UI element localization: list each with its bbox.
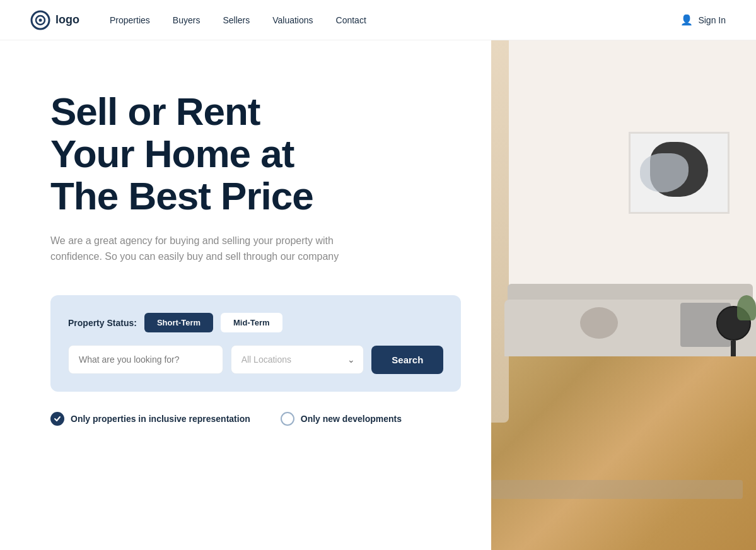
- side-table-leg: [731, 341, 736, 356]
- rug: [491, 480, 743, 499]
- navbar: logo Properties Buyers Sellers Valuation…: [0, 0, 756, 40]
- checkbox-inclusive[interactable]: Only properties in inclusive representat…: [50, 412, 250, 426]
- nav-contact[interactable]: Contact: [336, 15, 366, 25]
- svg-point-2: [39, 18, 42, 21]
- hero-title: Sell or Rent Your Home at The Best Price: [50, 91, 461, 218]
- logo-icon: [30, 10, 50, 30]
- checkbox-filled-icon: [50, 412, 64, 426]
- search-box: Property Status: Short-Term Mid-Term All…: [50, 295, 461, 392]
- nav-valuations[interactable]: Valuations: [272, 15, 313, 25]
- artwork: [629, 132, 730, 214]
- location-select[interactable]: All Locations London Manchester Birmingh…: [231, 345, 364, 374]
- user-icon: 👤: [680, 14, 693, 26]
- checkbox-new-dev-label: Only new developments: [301, 414, 402, 424]
- short-term-button[interactable]: Short-Term: [144, 313, 213, 332]
- artwork-inner: [631, 134, 728, 212]
- checkbox-inclusive-label: Only properties in inclusive representat…: [71, 414, 250, 424]
- checkbox-outline-icon: [281, 412, 294, 426]
- signin-area[interactable]: 👤 Sign In: [680, 14, 726, 26]
- property-status-row: Property Status: Short-Term Mid-Term: [68, 313, 443, 332]
- search-inputs-row: All Locations London Manchester Birmingh…: [68, 345, 443, 374]
- status-label: Property Status:: [68, 318, 137, 328]
- signin-label: Sign In: [698, 15, 726, 25]
- checkmark-icon: [54, 415, 61, 423]
- checkboxes-row: Only properties in inclusive representat…: [50, 412, 461, 426]
- room-background: [491, 40, 756, 550]
- logo[interactable]: logo: [30, 10, 79, 30]
- nav-sellers[interactable]: Sellers: [223, 15, 250, 25]
- hero-subtitle: We are a great agency for buying and sel…: [50, 233, 378, 265]
- hero-section: Sell or Rent Your Home at The Best Price…: [0, 40, 756, 550]
- logo-text: logo: [55, 13, 79, 26]
- nav-properties[interactable]: Properties: [110, 15, 150, 25]
- search-button[interactable]: Search: [371, 346, 443, 374]
- hero-left: Sell or Rent Your Home at The Best Price…: [0, 40, 491, 550]
- checkbox-new-dev[interactable]: Only new developments: [281, 412, 402, 426]
- hero-right: [491, 40, 756, 550]
- cushion: [580, 307, 618, 339]
- location-wrapper: All Locations London Manchester Birmingh…: [231, 345, 364, 374]
- nav-buyers[interactable]: Buyers: [173, 15, 201, 25]
- mid-term-button[interactable]: Mid-Term: [221, 313, 282, 332]
- curtain: [491, 40, 509, 423]
- plant: [737, 295, 756, 320]
- nav-links: Properties Buyers Sellers Valuations Con…: [110, 15, 680, 25]
- search-input[interactable]: [68, 345, 223, 374]
- room-floor: [491, 346, 756, 550]
